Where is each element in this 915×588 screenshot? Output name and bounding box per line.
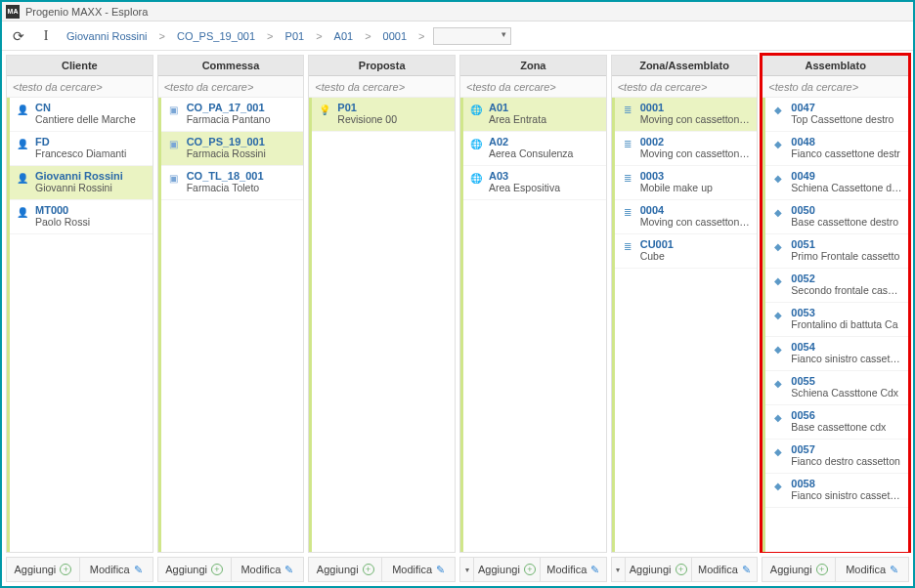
list-item[interactable]: ≣CU001Cube — [615, 234, 758, 269]
list-item-text: CU001Cube — [640, 238, 752, 262]
list-item[interactable]: ◆0050Base cassettone destro — [765, 200, 908, 234]
list-item[interactable]: ◆0049Schiena Cassettone dest — [765, 166, 908, 200]
add-button[interactable]: Aggiungi+ — [474, 558, 541, 581]
list-item[interactable]: ≣0003Mobile make up — [615, 166, 758, 200]
list-item-code: MT000 — [35, 204, 147, 216]
caret-down-button[interactable]: ▾ — [612, 558, 626, 581]
breadcrumb-item[interactable]: A01 — [330, 28, 358, 44]
list-item[interactable]: 👤CNCantiere delle Marche — [10, 98, 152, 132]
breadcrumb-dropdown[interactable] — [433, 27, 511, 45]
column-list: 👤CNCantiere delle Marche👤FDFrancesco Dia… — [7, 98, 152, 552]
list-item-text: Giovanni RossiniGiovanni Rossini — [35, 170, 147, 193]
list-item-label: Secondo frontale cassett — [791, 284, 902, 296]
list-item[interactable]: ◆0051Primo Frontale cassetto — [765, 234, 908, 269]
list-item[interactable]: ≣0004Moving con cassettoni lato — [615, 200, 758, 234]
breadcrumb-item[interactable]: P01 — [282, 28, 309, 44]
list-item-code: FD — [35, 136, 147, 147]
list-item-text: 0053Frontalino di battuta Ca — [791, 307, 902, 330]
breadcrumb-item[interactable]: 0001 — [379, 28, 411, 44]
stack-icon: ≣ — [621, 137, 634, 150]
list-item[interactable]: 🌐A02Aerea Consulenza — [463, 132, 606, 166]
breadcrumb-bar: ⟳ I Giovanni Rossini > CO_PS_19_001 > P0… — [2, 21, 913, 51]
column-header: Zona/Assemblato — [612, 56, 758, 76]
edit-button[interactable]: Modifica✎ — [232, 558, 304, 581]
list-item[interactable]: ▣CO_TL_18_001Farmacia Toleto — [161, 166, 304, 200]
list-item[interactable]: 👤FDFrancesco Diamanti — [10, 132, 152, 166]
text-cursor-button[interactable]: I — [35, 25, 57, 47]
column-search-input[interactable]: <testo da cercare> — [158, 76, 304, 98]
list-item[interactable]: ◆0057Fianco destro cassetton — [765, 440, 908, 474]
list-item-text: 0058Fianco sinistro cassetton — [791, 478, 902, 501]
stack-icon: ≣ — [621, 239, 634, 253]
column-footer: Aggiungi+Modifica✎ — [762, 557, 909, 582]
list-item-text: CO_TL_18_001Farmacia Toleto — [187, 170, 298, 193]
list-item[interactable]: ≣0002Moving con cassettoni lato — [615, 132, 758, 166]
edit-button-label: Modifica — [546, 564, 587, 575]
list-item[interactable]: ◆0054Fianco sinistro cassetton — [765, 337, 908, 371]
add-button[interactable]: Aggiungi+ — [158, 558, 232, 581]
list-item-label: Farmacia Rossini — [187, 147, 298, 159]
list-item[interactable]: ▣CO_PS_19_001Farmacia Rossini — [161, 132, 304, 166]
list-item-label: Revisione 00 — [337, 113, 449, 125]
edit-button[interactable]: Modifica✎ — [80, 558, 152, 581]
edit-button[interactable]: Modifica✎ — [836, 558, 908, 581]
list-item-code: CO_TL_18_001 — [187, 170, 298, 182]
add-button-label: Aggiungi — [165, 564, 207, 575]
list-item[interactable]: ◆0052Secondo frontale cassett — [765, 269, 908, 303]
add-button-label: Aggiungi — [478, 564, 520, 575]
list-item-text: 0047Top Cassettone destro — [791, 102, 902, 125]
list-item-label: Mobile make up — [640, 182, 752, 193]
list-item-label: Frontalino di battuta Ca — [791, 318, 902, 330]
add-button[interactable]: Aggiungi+ — [309, 558, 382, 581]
list-item[interactable]: ◆0056Base cassettone cdx — [765, 405, 908, 440]
list-item[interactable]: ≣0001Moving con cassettoni 001 — [615, 98, 758, 132]
column-search-input[interactable]: <testo da cercare> — [460, 76, 606, 98]
list-item-label: Farmacia Toleto — [187, 182, 298, 193]
columns-container: Cliente<testo da cercare>👤CNCantiere del… — [2, 51, 913, 553]
list-item-code: Giovanni Rossini — [35, 170, 147, 182]
edit-button[interactable]: Modifica✎ — [692, 558, 758, 581]
list-item[interactable]: ◆0058Fianco sinistro cassetton — [765, 474, 908, 508]
add-button[interactable]: Aggiungi+ — [7, 558, 80, 581]
column-search-input[interactable]: <testo da cercare> — [7, 76, 152, 98]
list-item[interactable]: ▣CO_PA_17_001Farmacia Pantano — [161, 98, 304, 132]
list-item[interactable]: 👤Giovanni RossiniGiovanni Rossini — [10, 166, 152, 200]
column-search-input[interactable]: <testo da cercare> — [762, 76, 908, 98]
list-item[interactable]: ◆0047Top Cassettone destro — [765, 98, 908, 132]
edit-button[interactable]: Modifica✎ — [382, 558, 455, 581]
column-search-input[interactable]: <testo da cercare> — [309, 76, 455, 98]
column-proposta: Proposta<testo da cercare>💡P01Revisione … — [308, 55, 456, 553]
list-item-text: 0052Secondo frontale cassett — [791, 273, 902, 296]
list-item-label: Top Cassettone destro — [791, 113, 902, 125]
list-item[interactable]: 🌐A01Area Entrata — [463, 98, 606, 132]
list-item-label: Schiena Cassettone dest — [791, 182, 902, 193]
list-item[interactable]: ◆0055Schiena Cassttone Cdx — [765, 371, 908, 405]
breadcrumb-item[interactable]: Giovanni Rossini — [63, 28, 152, 44]
list-item[interactable]: ◆0053Frontalino di battuta Ca — [765, 303, 908, 337]
edit-button[interactable]: Modifica✎ — [541, 558, 606, 581]
breadcrumb-item[interactable]: CO_PS_19_001 — [173, 28, 259, 44]
edit-button-label: Modifica — [698, 564, 738, 575]
list-item-code: 0048 — [791, 136, 902, 147]
list-item[interactable]: 🌐A03Area Espositiva — [463, 166, 606, 200]
add-button[interactable]: Aggiungi+ — [762, 558, 836, 581]
folder-icon: ▣ — [167, 137, 181, 150]
globe-icon: 🌐 — [469, 103, 483, 116]
diamond-icon: ◆ — [771, 410, 785, 424]
list-item[interactable]: 👤MT000Paolo Rossi — [10, 200, 152, 234]
list-item[interactable]: 💡P01Revisione 00 — [312, 98, 455, 132]
list-item-label: Fianco destro cassetton — [791, 455, 902, 467]
list-item[interactable]: ◆0048Fianco cassettone destr — [765, 132, 908, 166]
column-header: Zona — [460, 56, 606, 76]
pencil-icon: ✎ — [890, 564, 898, 576]
list-item-text: 0002Moving con cassettoni lato — [640, 136, 752, 159]
list-item-label: Farmacia Pantano — [187, 113, 298, 125]
add-button[interactable]: Aggiungi+ — [626, 558, 692, 581]
refresh-button[interactable]: ⟳ — [8, 25, 29, 47]
column-search-input[interactable]: <testo da cercare> — [612, 76, 758, 98]
list-item-label: Giovanni Rossini — [35, 182, 147, 193]
stack-icon: ≣ — [621, 205, 634, 219]
caret-down-button[interactable]: ▾ — [460, 558, 474, 581]
chevron-right-icon: > — [363, 30, 372, 42]
column-zona: Zona<testo da cercare>🌐A01Area Entrata🌐A… — [459, 55, 607, 553]
